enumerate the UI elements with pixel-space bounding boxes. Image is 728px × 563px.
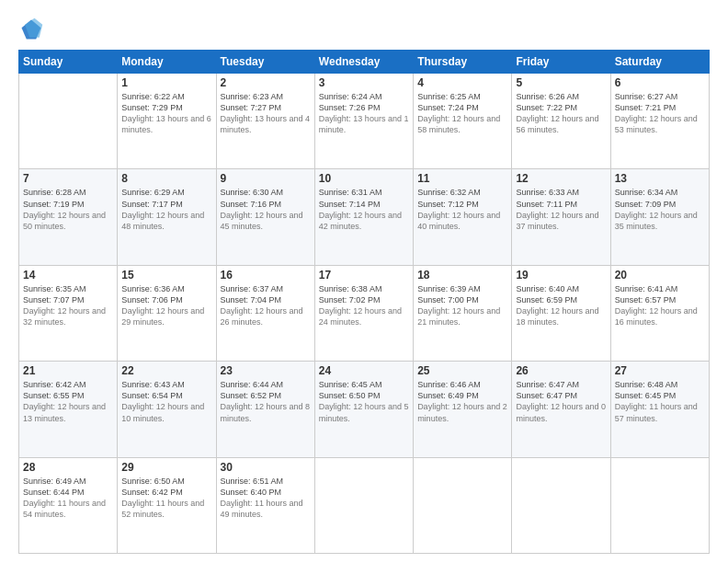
sunset: Sunset: 7:24 PM: [417, 103, 479, 112]
cell-info: Sunrise: 6:49 AM Sunset: 6:44 PM Dayligh…: [23, 476, 113, 521]
calendar-table: SundayMondayTuesdayWednesdayThursdayFrid…: [18, 50, 710, 554]
sunrise: Sunrise: 6:50 AM: [121, 477, 185, 486]
calendar-cell: 11 Sunrise: 6:32 AM Sunset: 7:12 PM Dayl…: [414, 169, 512, 265]
day-number: 28: [23, 461, 113, 474]
cell-info: Sunrise: 6:37 AM Sunset: 7:04 PM Dayligh…: [221, 283, 311, 328]
day-number: 18: [417, 269, 507, 282]
cell-info: Sunrise: 6:34 AM Sunset: 7:09 PM Dayligh…: [615, 187, 705, 232]
day-number: 17: [319, 269, 409, 282]
calendar-cell: 18 Sunrise: 6:39 AM Sunset: 7:00 PM Dayl…: [414, 265, 512, 361]
weekday-header: Wednesday: [314, 51, 413, 74]
day-number: 15: [121, 269, 211, 282]
daylight: Daylight: 12 hours and 5 minutes.: [319, 402, 409, 422]
sunset: Sunset: 7:19 PM: [23, 200, 85, 209]
daylight: Daylight: 12 hours and 53 minutes.: [615, 114, 698, 134]
sunrise: Sunrise: 6:26 AM: [516, 92, 579, 101]
sunset: Sunset: 6:50 PM: [319, 391, 381, 400]
sunrise: Sunrise: 6:47 AM: [516, 380, 579, 389]
day-number: 1: [121, 76, 211, 89]
day-number: 27: [615, 364, 705, 377]
calendar-cell: 6 Sunrise: 6:27 AM Sunset: 7:21 PM Dayli…: [610, 74, 709, 169]
sunset: Sunset: 6:57 PM: [615, 295, 677, 304]
sunrise: Sunrise: 6:41 AM: [615, 284, 678, 293]
day-number: 4: [417, 76, 507, 89]
sunset: Sunset: 7:27 PM: [221, 103, 282, 112]
daylight: Daylight: 12 hours and 48 minutes.: [121, 211, 204, 231]
daylight: Daylight: 11 hours and 57 minutes.: [615, 402, 698, 422]
sunrise: Sunrise: 6:30 AM: [221, 188, 284, 197]
calendar-cell: 26 Sunrise: 6:47 AM Sunset: 6:47 PM Dayl…: [512, 362, 610, 457]
calendar-cell: 20 Sunrise: 6:41 AM Sunset: 6:57 PM Dayl…: [610, 265, 709, 361]
cell-info: Sunrise: 6:29 AM Sunset: 7:17 PM Dayligh…: [121, 187, 211, 232]
sunset: Sunset: 7:21 PM: [615, 103, 677, 112]
calendar-header-row: SundayMondayTuesdayWednesdayThursdayFrid…: [19, 51, 710, 74]
day-number: 29: [121, 461, 211, 474]
calendar-cell: [414, 457, 512, 553]
calendar-cell: 7 Sunrise: 6:28 AM Sunset: 7:19 PM Dayli…: [19, 169, 118, 265]
calendar-cell: 3 Sunrise: 6:24 AM Sunset: 7:26 PM Dayli…: [314, 74, 413, 169]
sunrise: Sunrise: 6:39 AM: [417, 284, 481, 293]
calendar-cell: 1 Sunrise: 6:22 AM Sunset: 7:29 PM Dayli…: [118, 74, 216, 169]
day-number: 26: [516, 364, 606, 377]
day-number: 9: [221, 172, 311, 185]
day-number: 2: [221, 76, 311, 89]
daylight: Daylight: 12 hours and 0 minutes.: [516, 402, 606, 422]
calendar-cell: 17 Sunrise: 6:38 AM Sunset: 7:02 PM Dayl…: [314, 265, 413, 361]
cell-info: Sunrise: 6:24 AM Sunset: 7:26 PM Dayligh…: [319, 91, 409, 136]
day-number: 8: [121, 172, 211, 185]
day-number: 13: [615, 172, 705, 185]
daylight: Daylight: 13 hours and 4 minutes.: [221, 114, 311, 134]
sunset: Sunset: 7:02 PM: [319, 295, 381, 304]
cell-info: Sunrise: 6:41 AM Sunset: 6:57 PM Dayligh…: [615, 283, 705, 328]
cell-info: Sunrise: 6:46 AM Sunset: 6:49 PM Dayligh…: [417, 379, 507, 424]
sunrise: Sunrise: 6:42 AM: [23, 380, 86, 389]
calendar-week-row: 1 Sunrise: 6:22 AM Sunset: 7:29 PM Dayli…: [19, 74, 710, 169]
sunrise: Sunrise: 6:35 AM: [23, 284, 86, 293]
sunrise: Sunrise: 6:25 AM: [417, 92, 481, 101]
sunrise: Sunrise: 6:33 AM: [516, 188, 579, 197]
daylight: Daylight: 11 hours and 52 minutes.: [121, 499, 204, 519]
cell-info: Sunrise: 6:48 AM Sunset: 6:45 PM Dayligh…: [615, 379, 705, 424]
daylight: Daylight: 12 hours and 16 minutes.: [615, 306, 698, 327]
calendar-cell: 2 Sunrise: 6:23 AM Sunset: 7:27 PM Dayli…: [216, 74, 314, 169]
calendar-cell: 24 Sunrise: 6:45 AM Sunset: 6:50 PM Dayl…: [314, 362, 413, 457]
calendar-cell: 16 Sunrise: 6:37 AM Sunset: 7:04 PM Dayl…: [216, 265, 314, 361]
cell-info: Sunrise: 6:45 AM Sunset: 6:50 PM Dayligh…: [319, 379, 409, 424]
daylight: Daylight: 12 hours and 37 minutes.: [516, 211, 598, 231]
sunset: Sunset: 7:29 PM: [121, 103, 183, 112]
day-number: 23: [221, 364, 311, 377]
calendar-cell: 15 Sunrise: 6:36 AM Sunset: 7:06 PM Dayl…: [118, 265, 216, 361]
calendar-cell: 25 Sunrise: 6:46 AM Sunset: 6:49 PM Dayl…: [414, 362, 512, 457]
calendar-cell: 21 Sunrise: 6:42 AM Sunset: 6:55 PM Dayl…: [19, 362, 118, 457]
logo: [18, 17, 48, 42]
daylight: Daylight: 13 hours and 1 minute.: [319, 114, 409, 134]
sunset: Sunset: 6:59 PM: [516, 295, 577, 304]
calendar-cell: 22 Sunrise: 6:43 AM Sunset: 6:54 PM Dayl…: [118, 362, 216, 457]
calendar-cell: 29 Sunrise: 6:50 AM Sunset: 6:42 PM Dayl…: [118, 457, 216, 553]
logo-icon: [18, 17, 44, 42]
sunset: Sunset: 6:52 PM: [221, 391, 282, 400]
weekday-header: Monday: [118, 51, 216, 74]
cell-info: Sunrise: 6:40 AM Sunset: 6:59 PM Dayligh…: [516, 283, 606, 328]
cell-info: Sunrise: 6:38 AM Sunset: 7:02 PM Dayligh…: [319, 283, 409, 328]
calendar-week-row: 7 Sunrise: 6:28 AM Sunset: 7:19 PM Dayli…: [19, 169, 710, 265]
sunset: Sunset: 6:55 PM: [23, 391, 85, 400]
day-number: 3: [319, 76, 409, 89]
daylight: Daylight: 12 hours and 21 minutes.: [417, 306, 500, 327]
sunset: Sunset: 7:26 PM: [319, 103, 381, 112]
calendar-week-row: 21 Sunrise: 6:42 AM Sunset: 6:55 PM Dayl…: [19, 362, 710, 457]
sunrise: Sunrise: 6:23 AM: [221, 92, 284, 101]
sunset: Sunset: 6:44 PM: [23, 488, 85, 497]
sunrise: Sunrise: 6:37 AM: [221, 284, 284, 293]
sunrise: Sunrise: 6:29 AM: [121, 188, 185, 197]
weekday-header: Tuesday: [216, 51, 314, 74]
daylight: Daylight: 12 hours and 29 minutes.: [121, 306, 204, 327]
sunrise: Sunrise: 6:31 AM: [319, 188, 382, 197]
sunset: Sunset: 7:16 PM: [221, 200, 282, 209]
calendar-cell: 19 Sunrise: 6:40 AM Sunset: 6:59 PM Dayl…: [512, 265, 610, 361]
sunrise: Sunrise: 6:24 AM: [319, 92, 382, 101]
day-number: 21: [23, 364, 113, 377]
sunrise: Sunrise: 6:28 AM: [23, 188, 86, 197]
calendar-cell: 8 Sunrise: 6:29 AM Sunset: 7:17 PM Dayli…: [118, 169, 216, 265]
day-number: 7: [23, 172, 113, 185]
